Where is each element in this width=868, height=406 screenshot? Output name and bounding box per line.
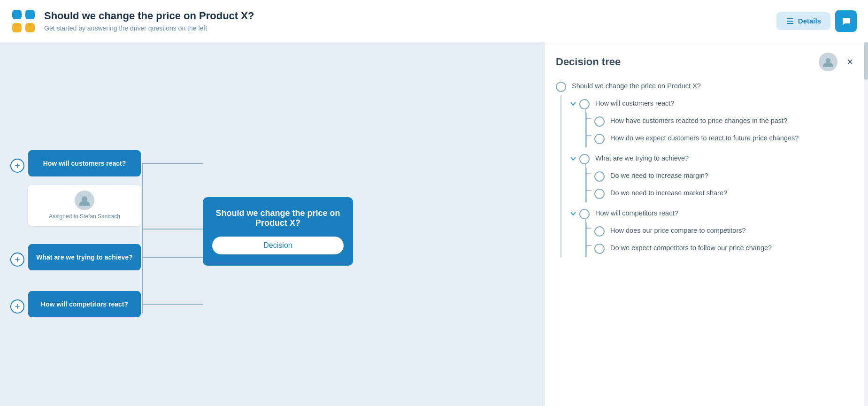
tree-content[interactable]: Should we change the price on Product X?… (545, 78, 868, 406)
decision-node-title: Should we change the price on Product X? (212, 208, 344, 228)
tree-item-icon-8 (594, 226, 605, 237)
decision-button[interactable]: Decision (212, 237, 344, 254)
tree-item-root: Should we change the price on Product X? (556, 78, 857, 95)
main-content: How will customers react? + Assigned to … (0, 42, 868, 406)
header-actions: Details (776, 10, 857, 32)
app-header: Should we change the price on Product X?… (0, 0, 868, 42)
connector-to-decision (142, 229, 203, 230)
chevron-down-icon-4 (569, 154, 577, 163)
tree-item-3: How do we expect customers to react to f… (594, 130, 857, 147)
page-title: Should we change the price on Product X? (44, 10, 776, 22)
tree-item-2: How have customers reacted to price chan… (594, 113, 857, 130)
add-button-1[interactable]: + (10, 159, 24, 173)
tree-item-icon-7 (579, 209, 590, 219)
tree-item-8: How does our price compare to competitor… (594, 222, 857, 240)
decision-node: Should we change the price on Product X?… (203, 197, 353, 266)
tree-item-text-6: Do we need to increase market share? (610, 188, 727, 198)
tree-item-5: Do we need to increase margin? (594, 168, 857, 185)
add-button-2[interactable]: + (10, 253, 24, 267)
connector-vertical (142, 163, 143, 313)
tree-item-icon-6 (594, 189, 605, 199)
svg-rect-4 (787, 18, 793, 19)
tree-item-text-7: How will competitors react? (595, 208, 678, 218)
chat-icon (841, 16, 851, 26)
tree-item-text-4: What are we trying to achieve? (595, 153, 689, 163)
tree-item-icon-0 (556, 82, 566, 92)
page-subtitle: Get started by answering the driver ques… (44, 24, 776, 32)
chevron-down-icon-1 (569, 100, 577, 108)
tree-item-text-3: How do we expect customers to react to f… (610, 133, 799, 143)
svg-rect-5 (787, 21, 793, 22)
tree-panel-header: Decision tree × (545, 42, 868, 78)
tree-item-6: Do we need to increase market share? (594, 185, 857, 202)
tree-item-text-5: Do we need to increase margin? (610, 171, 708, 180)
svg-rect-6 (787, 23, 793, 24)
tree-item-1[interactable]: How will customers react? (569, 95, 857, 113)
tree-item-7[interactable]: How will competitors react? (569, 205, 857, 222)
svg-rect-2 (12, 23, 22, 32)
connector-h1 (142, 163, 203, 164)
tree-panel: Decision tree × Should we change the pri… (544, 42, 868, 406)
driver-node-achieve[interactable]: What are we trying to achieve? (28, 244, 141, 270)
canvas-area: How will customers react? + Assigned to … (0, 42, 544, 406)
svg-rect-3 (25, 23, 35, 32)
list-icon (786, 17, 794, 25)
tree-item-text-8: How does our price compare to competitor… (610, 226, 746, 235)
panel-user-icon (822, 56, 834, 68)
details-button[interactable]: Details (776, 12, 830, 30)
avatar (75, 191, 94, 210)
connector-h2 (142, 257, 203, 258)
scrollbar-thumb (864, 42, 868, 80)
svg-rect-0 (12, 10, 22, 19)
tree-item-icon-1 (579, 99, 590, 109)
tree-item-icon-9 (594, 244, 605, 254)
tree-item-9: Do we expect competitors to follow our p… (594, 240, 857, 257)
assigned-card: Assigned to Stefan Santrach (28, 185, 141, 226)
tree-item-icon-4 (579, 154, 590, 164)
assigned-name: Assigned to Stefan Santrach (49, 213, 120, 220)
header-text-group: Should we change the price on Product X?… (44, 10, 776, 31)
app-logo (11, 9, 36, 33)
tree-item-icon-5 (594, 171, 605, 182)
chevron-down-icon-7 (569, 209, 577, 218)
scrollbar-track[interactable] (864, 42, 868, 406)
user-icon (78, 194, 91, 207)
tree-item-text-2: How have customers reacted to price chan… (610, 116, 787, 125)
connector-h3 (142, 304, 203, 305)
tree-item-icon-2 (594, 116, 605, 127)
driver-node-competitors[interactable]: How will competitors react? (28, 291, 141, 317)
tree-panel-title: Decision tree (556, 56, 621, 68)
driver-node-customers[interactable]: How will customers react? (28, 150, 141, 176)
panel-avatar (819, 53, 837, 71)
chat-button[interactable] (835, 10, 857, 32)
tree-item-text-0: Should we change the price on Product X? (572, 81, 701, 91)
add-button-3[interactable]: + (10, 299, 24, 314)
tree-item-4[interactable]: What are we trying to achieve? (569, 150, 857, 168)
tree-item-text-1: How will customers react? (595, 99, 674, 108)
tree-item-icon-3 (594, 134, 605, 144)
svg-rect-1 (25, 10, 35, 19)
close-button[interactable]: × (843, 55, 857, 69)
tree-item-text-9: Do we expect competitors to follow our p… (610, 243, 772, 253)
